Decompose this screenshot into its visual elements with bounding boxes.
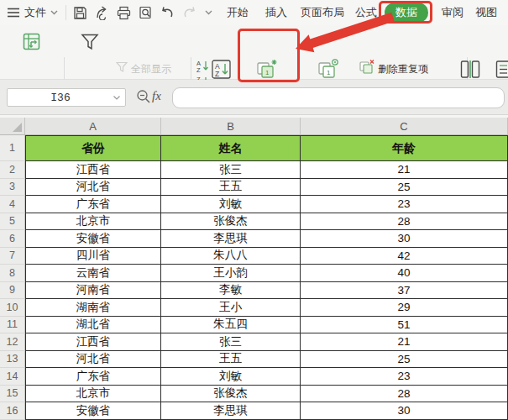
data-cell[interactable]: 张三 — [161, 161, 301, 179]
wps-spreadsheet-window: 文件 开始 插入 页面布局 公式 数据 审 — [0, 0, 508, 420]
tab-formulas[interactable]: 公式 — [355, 0, 377, 25]
header-cell[interactable]: 省份 — [25, 135, 161, 161]
data-cell[interactable]: 23 — [301, 368, 508, 386]
data-cell[interactable]: 40 — [301, 265, 508, 282]
row-number[interactable]: 11 — [0, 317, 25, 334]
tab-page-layout[interactable]: 页面布局 — [301, 0, 344, 25]
row-number[interactable]: 3 — [0, 179, 25, 197]
row-number[interactable]: 5 — [0, 213, 25, 231]
data-cell[interactable]: 28 — [301, 386, 508, 403]
data-cell[interactable]: 云南省 — [25, 265, 161, 282]
row-number[interactable]: 9 — [0, 282, 25, 300]
tab-data-active[interactable]: 数据 — [385, 0, 428, 25]
data-cell[interactable]: 河南省 — [25, 282, 161, 300]
tab-review[interactable]: 审阅 — [442, 0, 463, 25]
formula-bar: I36 fx — [0, 80, 508, 115]
file-menu-dropdown-icon[interactable] — [50, 0, 58, 25]
row-number[interactable]: 13 — [0, 351, 25, 369]
column-header-C[interactable]: C — [301, 118, 508, 135]
data-cell[interactable]: 刘敏 — [161, 196, 301, 213]
name-box-dropdown-icon[interactable] — [113, 96, 120, 100]
data-cell[interactable]: 21 — [301, 333, 508, 351]
data-cell[interactable]: 湖南省 — [25, 299, 161, 317]
row-number[interactable]: 8 — [0, 265, 25, 282]
data-cell[interactable]: 朱八八 — [161, 248, 301, 265]
show-all-filter-icon — [116, 61, 128, 73]
pivot-table-icon — [23, 33, 40, 50]
sort-az-icon[interactable]: AZ — [196, 60, 210, 72]
data-cell[interactable]: 广东省 — [25, 196, 161, 213]
print-preview-icon[interactable] — [137, 4, 154, 21]
name-box[interactable]: I36 — [7, 88, 126, 107]
data-cell[interactable]: 李思琪 — [161, 230, 301, 248]
data-cell[interactable]: 23 — [301, 196, 508, 213]
data-cell[interactable]: 30 — [301, 230, 508, 248]
more-dropdown-icon[interactable] — [203, 4, 213, 21]
data-cell[interactable]: 51 — [301, 317, 508, 334]
data-cell[interactable]: 李思琪 — [161, 402, 301, 420]
tab-insert[interactable]: 插入 — [265, 0, 287, 25]
row-number[interactable]: 14 — [0, 368, 25, 386]
data-cell[interactable]: 刘敏 — [161, 368, 301, 386]
data-cell[interactable]: 42 — [301, 248, 508, 265]
data-cell[interactable]: 张俊杰 — [161, 386, 301, 403]
redo-icon[interactable] — [181, 4, 197, 21]
row-number[interactable]: 15 — [0, 386, 25, 403]
menu-bar: 文件 开始 插入 页面布局 公式 数据 审 — [0, 0, 508, 25]
data-cell[interactable]: 30 — [301, 402, 508, 420]
data-cell[interactable]: 北京市 — [25, 213, 161, 231]
data-cell[interactable]: 25 — [301, 179, 508, 197]
name-box-value: I36 — [8, 92, 113, 104]
row-number[interactable]: 7 — [0, 248, 25, 265]
data-cell[interactable]: 广东省 — [25, 368, 161, 386]
data-cell[interactable]: 王五 — [161, 179, 301, 197]
row-number[interactable]: 10 — [0, 299, 25, 317]
data-cell[interactable]: 张俊杰 — [161, 213, 301, 231]
undo-icon[interactable] — [159, 4, 175, 21]
column-header-B[interactable]: B — [161, 118, 301, 135]
data-cell[interactable]: 29 — [301, 299, 508, 317]
hamburger-icon[interactable] — [7, 0, 20, 25]
smart-fill-icon — [495, 60, 508, 79]
data-cell[interactable]: 安徽省 — [25, 402, 161, 420]
column-header-A[interactable]: A — [25, 118, 161, 135]
data-cell[interactable]: 河北省 — [25, 179, 161, 197]
data-cell[interactable]: 安徽省 — [25, 230, 161, 248]
menu-separator — [65, 5, 66, 20]
data-cell[interactable]: 李敏 — [161, 282, 301, 300]
header-cell[interactable]: 姓名 — [161, 135, 301, 161]
ribbon-toolbar: 数据透视表 自动筛选 全部显示 重新应用 AZ ZA AZ 排序 1 — [0, 25, 508, 80]
tab-view[interactable]: 视图 — [475, 0, 497, 25]
print-icon[interactable] — [115, 4, 132, 21]
row-number[interactable]: 4 — [0, 196, 25, 213]
data-cell[interactable]: 江西省 — [25, 161, 161, 179]
data-cell[interactable]: 王五 — [161, 351, 301, 369]
row-number[interactable]: 2 — [0, 161, 25, 179]
data-cell[interactable]: 四川省 — [25, 248, 161, 265]
file-menu[interactable]: 文件 — [24, 0, 46, 25]
tab-home[interactable]: 开始 — [227, 0, 249, 25]
row-number[interactable]: 16 — [0, 402, 25, 420]
remove-duplicates-button[interactable]: 删除重复项 — [378, 62, 428, 76]
row-number[interactable]: 12 — [0, 333, 25, 351]
data-cell[interactable]: 28 — [301, 213, 508, 231]
formula-input[interactable] — [172, 87, 505, 108]
data-cell[interactable]: 河北省 — [25, 351, 161, 369]
data-cell[interactable]: 张三 — [161, 333, 301, 351]
zoom-search-icon[interactable] — [136, 89, 151, 104]
header-cell[interactable]: 年龄 — [301, 135, 508, 161]
export-icon[interactable] — [93, 4, 110, 21]
data-cell[interactable]: 北京市 — [25, 386, 161, 403]
data-cell[interactable]: 25 — [301, 351, 508, 369]
data-cell[interactable]: 湖北省 — [25, 317, 161, 334]
data-cell[interactable]: 王小韵 — [161, 265, 301, 282]
data-cell[interactable]: 王小 — [161, 299, 301, 317]
data-cell[interactable]: 江西省 — [25, 333, 161, 351]
data-cell[interactable]: 朱五四 — [161, 317, 301, 334]
save-icon[interactable] — [71, 4, 88, 21]
row-number[interactable]: 6 — [0, 230, 25, 248]
data-cell[interactable]: 37 — [301, 282, 508, 300]
select-all-corner[interactable] — [0, 118, 25, 135]
data-cell[interactable]: 21 — [301, 161, 508, 179]
row-number[interactable]: 1 — [0, 135, 25, 161]
